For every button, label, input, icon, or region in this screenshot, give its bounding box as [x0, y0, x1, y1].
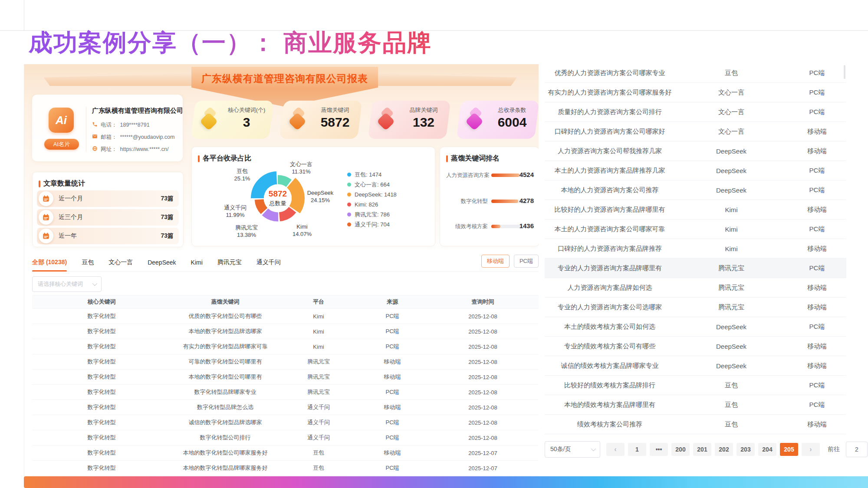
core-keyword-select[interactable]: 请选择核心关键词 — [32, 276, 102, 292]
cell-platform: 文心一言 — [675, 88, 788, 97]
page-button-205[interactable]: 205 — [780, 443, 798, 456]
article-period-label: 近一个月 — [59, 195, 83, 203]
table-row[interactable]: 比较好的人力资源咨询方案品牌哪里有Kimi移动端 — [545, 200, 846, 219]
table-row[interactable]: 人力资源咨询方案公司帮我推荐几家DeepSeek移动端 — [545, 141, 846, 161]
ranking-label: 数字化转型 — [446, 198, 488, 205]
table-row[interactable]: 数字化转型诚信的数字化转型品牌选哪家通义千问PC端2025-12-08 — [32, 415, 539, 430]
table-row[interactable]: 诚信的绩效考核方案品牌哪家专业DeepSeek移动端 — [545, 356, 846, 376]
page-button-202[interactable]: 202 — [715, 443, 733, 456]
cell-keyword: 本地的绩效考核方案品牌哪里有 — [545, 401, 675, 409]
table-row[interactable]: 有实力的人力资源咨询方案公司哪家服务好文心一言PC端 — [545, 83, 846, 102]
table-row[interactable]: 数字化转型有实力的数字化转型品牌哪家可靠KimiPC端2025-12-08 — [32, 339, 539, 354]
table-row[interactable]: 数字化转型数字化转型品牌哪家专业腾讯元宝PC端2025-12-08 — [32, 385, 539, 400]
table-row[interactable]: 数字化转型可靠的数字化转型公司哪里有腾讯元宝移动端2025-12-08 — [32, 354, 539, 370]
legend-item[interactable]: 通义千问: 704 — [347, 219, 397, 229]
table-row[interactable]: 质量好的人力资源咨询方案公司排行文心一言PC端 — [545, 102, 846, 122]
title-accent-bar — [446, 155, 448, 162]
table-cell: 豆包 — [279, 449, 358, 457]
cell-platform: DeepSeek — [675, 343, 788, 350]
table-cell: 优质的数字化转型公司有哪些 — [171, 312, 279, 320]
cell-source: 移动端 — [788, 128, 846, 136]
next-page-button[interactable]: › — [802, 443, 820, 456]
legend-item[interactable]: DeepSeek: 1418 — [347, 190, 397, 200]
tab-文心一言[interactable]: 文心一言 — [108, 254, 133, 271]
table-row[interactable]: 人力资源咨询方案品牌如何选腾讯元宝移动端 — [545, 278, 846, 298]
table-row[interactable]: 本土的绩效考核方案公司如何选DeepSeekPC端 — [545, 317, 846, 337]
legend-text: 豆包: 1474 — [355, 171, 381, 179]
table-cell: 移动端 — [358, 403, 427, 411]
bottom-gradient-bar — [24, 476, 868, 488]
cell-source: PC端 — [788, 264, 846, 272]
table-row[interactable]: 数字化转型优质的数字化转型公司有哪些KimiPC端2025-12-08 — [32, 309, 539, 324]
table-row[interactable]: 数字化转型数字化转型公司排行通义千问PC端2025-12-08 — [32, 430, 539, 445]
table-row[interactable]: 比较好的绩效考核方案品牌排行豆包PC端 — [545, 376, 846, 395]
goto-page-input[interactable] — [846, 442, 868, 457]
table-row[interactable]: 口碑好的人力资源咨询方案公司哪家好文心一言移动端 — [545, 122, 846, 141]
page-button-204[interactable]: 204 — [758, 443, 776, 456]
article-count: 73篇 — [161, 232, 174, 240]
table-row[interactable]: 绩效考核方案公司推荐豆包移动端 — [545, 415, 846, 434]
cell-keyword: 人力资源咨询方案公司帮我推荐几家 — [545, 147, 675, 155]
cell-platform: 腾讯元宝 — [675, 264, 788, 272]
calendar-icon — [39, 191, 53, 206]
legend-item[interactable]: 文心一言: 664 — [347, 180, 397, 190]
panel-title-text: 文章数量统计 — [43, 179, 85, 188]
legend-item[interactable]: 腾讯元宝: 786 — [347, 210, 397, 219]
table-row[interactable]: 数字化转型本地的数字化转型公司哪家服务好豆包移动端2025-12-07 — [32, 445, 539, 461]
table-row[interactable]: 专业的绩效考核方案公司有哪些DeepSeek移动端 — [545, 337, 846, 356]
prev-page-button[interactable]: ‹ — [606, 443, 625, 456]
table-row[interactable]: 本地的人力资源咨询方案公司推荐DeepSeekPC端 — [545, 180, 846, 200]
ranking-value: 4278 — [519, 197, 534, 204]
table-row[interactable]: 本土的人力资源咨询方案公司哪家可靠KimiPC端 — [545, 219, 846, 239]
ranking-value: 1436 — [519, 222, 534, 229]
cell-source: 移动端 — [788, 342, 846, 350]
cell-platform: 腾讯元宝 — [675, 284, 788, 292]
device-button-移动端[interactable]: 移动端 — [481, 255, 510, 268]
article-count: 73篇 — [161, 213, 174, 221]
table-row[interactable]: 本地的绩效考核方案品牌哪里有豆包PC端 — [545, 395, 846, 415]
table-row[interactable]: 优秀的人力资源咨询方案公司哪家专业豆包PC端 — [545, 63, 846, 83]
platform-share-panel: 各平台收录占比 5872 总数量 豆包25.1%文心一言11.31%DeepSe… — [191, 147, 435, 246]
tab-腾讯元宝[interactable]: 腾讯元宝 — [217, 254, 242, 271]
ai-card-badge[interactable]: AI名片 — [44, 139, 79, 150]
table-row[interactable]: 数字化转型本地的数字化转型公司哪里有腾讯元宝移动端2025-12-08 — [32, 370, 539, 385]
table-row[interactable]: 数字化转型数字化转型品牌怎么选通义千问移动端2025-12-08 — [32, 400, 539, 415]
table-cell: 数字化转型 — [32, 403, 171, 411]
tab-通义千问[interactable]: 通义千问 — [256, 254, 281, 271]
tab-豆包[interactable]: 豆包 — [82, 254, 94, 271]
donut-label-name: Kimi — [293, 223, 312, 230]
donut-label-name: 通义千问 — [224, 204, 247, 211]
page-button-1[interactable]: 1 — [628, 443, 646, 456]
device-button-PC端[interactable]: PC端 — [514, 255, 539, 268]
page-button-201[interactable]: 201 — [693, 443, 711, 456]
legend-item[interactable]: Kimi: 826 — [347, 200, 397, 210]
diamond-icon — [377, 112, 395, 131]
page-button-200[interactable]: 200 — [671, 443, 690, 456]
table-cell: 通义千问 — [279, 419, 358, 426]
diamond-icon — [288, 112, 306, 131]
scrollbar[interactable] — [844, 65, 845, 79]
legend-item[interactable]: 豆包: 1474 — [347, 170, 397, 180]
article-period-label: 近三个月 — [59, 213, 83, 221]
cell-platform: 文心一言 — [675, 128, 788, 136]
tab-Kimi[interactable]: Kimi — [191, 254, 203, 271]
cell-keyword: 有实力的人力资源咨询方案公司哪家服务好 — [545, 88, 675, 97]
select-placeholder: 请选择核心关键词 — [38, 280, 83, 288]
keyword-stat-icon — [198, 108, 223, 132]
table-cell: 诚信的数字化转型品牌选哪家 — [171, 419, 279, 426]
tab-DeepSeek[interactable]: DeepSeek — [148, 254, 176, 271]
contact-label: 电话： — [101, 121, 117, 129]
table-row[interactable]: 数字化转型本地的数字化转型品牌哪家服务好豆包PC端2025-12-07 — [32, 461, 539, 476]
page-size-select[interactable]: 50条/页 — [545, 441, 600, 458]
column-header: 查询时间 — [427, 298, 539, 306]
table-row[interactable]: 专业的人力资源咨询方案品牌哪里有腾讯元宝PC端 — [545, 259, 846, 278]
more-pages-button[interactable]: ••• — [650, 443, 668, 456]
ranking-value: 4524 — [519, 171, 534, 178]
page-button-203[interactable]: 203 — [736, 443, 755, 456]
keyword-ranking-title: 蒸馏关键词排名 — [446, 154, 500, 163]
table-row[interactable]: 本土的人力资源咨询方案品牌推荐几家DeepSeekPC端 — [545, 161, 846, 180]
table-row[interactable]: 口碑好的人力资源咨询方案品牌推荐Kimi移动端 — [545, 239, 846, 259]
table-row[interactable]: 专业的人力资源咨询方案公司选哪家腾讯元宝移动端 — [545, 298, 846, 317]
tab-全部 (10238)[interactable]: 全部 (10238) — [32, 254, 67, 271]
table-row[interactable]: 数字化转型本地的数字化转型品牌选哪家KimiPC端2025-12-08 — [32, 324, 539, 339]
